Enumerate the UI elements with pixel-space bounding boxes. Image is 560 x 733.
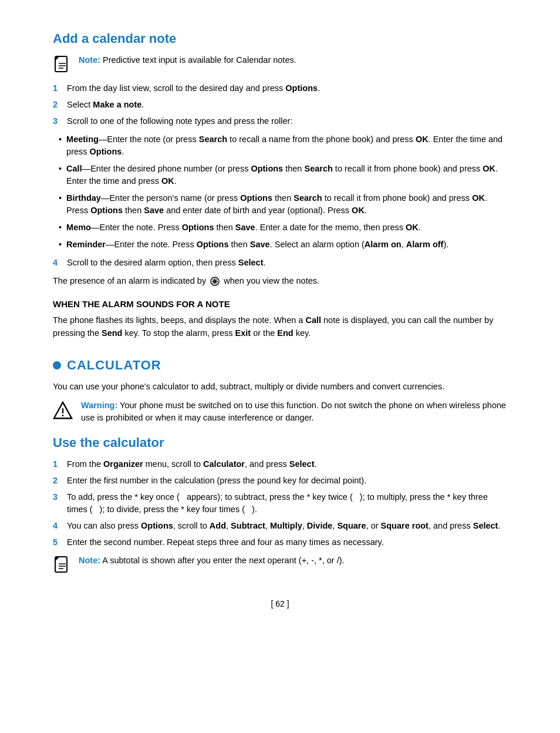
step-4-text: Scroll to the desired alarm option, then… xyxy=(67,257,266,269)
alarm-symbol-icon xyxy=(210,277,220,286)
note-label: Note: xyxy=(79,55,100,65)
calc-step-3-text: To add, press the * key once ( appears);… xyxy=(67,491,507,516)
warning-triangle-icon xyxy=(53,401,73,421)
when-alarm-subsection: WHEN THE ALARM SOUNDS FOR A NOTE The pho… xyxy=(53,298,507,339)
step-4: 4 Scroll to the desired alarm option, th… xyxy=(53,257,507,269)
calc-step-3: 3 To add, press the * key once ( appears… xyxy=(53,491,507,516)
bullet-birthday-text: Birthday—Enter the person's name (or pre… xyxy=(66,192,507,217)
warning-label: Warning: xyxy=(81,401,117,410)
calculator-main-title: CALCULATOR xyxy=(67,356,161,375)
bullet-meeting: Meeting—Enter the note (or press Search … xyxy=(53,133,507,158)
svg-point-13 xyxy=(62,415,64,416)
note-body: Predictive text input is available for C… xyxy=(103,55,296,65)
calc-step-5-text: Enter the second number. Repeat steps th… xyxy=(67,536,384,549)
calculator-note-box: Note: A subtotal is shown after you ente… xyxy=(53,554,507,574)
calculator-header: CALCULATOR xyxy=(53,356,507,375)
page-number: [ 62 ] xyxy=(53,598,507,610)
calc-note-body: A subtotal is shown after you enter the … xyxy=(102,556,344,565)
calc-step-1-num: 1 xyxy=(53,458,62,470)
step-3: 3 Scroll to one of the following note ty… xyxy=(53,115,507,127)
bullet-meeting-text: Meeting—Enter the note (or press Search … xyxy=(66,133,507,158)
step-1-text: From the day list view, scroll to the de… xyxy=(67,82,320,95)
calc-step-5-num: 5 xyxy=(53,536,62,549)
bullet-reminder: Reminder—Enter the note. Press Options t… xyxy=(53,238,507,251)
calc-step-2: 2 Enter the first number in the calculat… xyxy=(53,475,507,487)
calc-step-4-num: 4 xyxy=(53,520,62,532)
warning-body: Your phone must be switched on to use th… xyxy=(81,401,506,422)
step-1-num: 1 xyxy=(53,82,62,95)
when-alarm-title: WHEN THE ALARM SOUNDS FOR A NOTE xyxy=(53,298,507,311)
calc-step-5: 5 Enter the second number. Repeat steps … xyxy=(53,536,507,549)
calculator-section: CALCULATOR You can use your phone's calc… xyxy=(53,356,507,574)
calculator-bullet-dot xyxy=(53,361,61,369)
calendar-note-box: Note: Predictive text input is available… xyxy=(53,54,507,74)
calendar-note-section: Add a calendar note Note: Predictive tex… xyxy=(53,29,507,339)
bullet-call: Call—Enter the desired phone number (or … xyxy=(53,163,507,187)
calc-step-4-text: You can also press Options, scroll to Ad… xyxy=(67,520,500,532)
calculator-description: You can use your phone's calculator to a… xyxy=(53,381,507,394)
calendar-note-title: Add a calendar note xyxy=(53,29,507,48)
step-2-num: 2 xyxy=(53,99,62,111)
alarm-presence-text: The presence of an alarm is indicated by… xyxy=(53,275,507,287)
calc-step-2-num: 2 xyxy=(53,475,62,487)
svg-marker-2 xyxy=(55,56,59,60)
step-2: 2 Select Make a note. xyxy=(53,99,507,111)
calc-note-icon xyxy=(53,556,72,574)
use-calculator-title: Use the calculator xyxy=(53,433,507,452)
bullet-memo: Memo—Enter the note. Press Options then … xyxy=(53,221,507,234)
calendar-steps-list: 1 From the day list view, scroll to the … xyxy=(53,82,507,127)
calculator-steps-list: 1 From the Organizer menu, scroll to Cal… xyxy=(53,458,507,549)
bullet-reminder-text: Reminder—Enter the note. Press Options t… xyxy=(66,238,448,251)
note-types-list: Meeting—Enter the note (or press Search … xyxy=(53,133,507,251)
note-icon xyxy=(53,55,72,74)
step-3-text: Scroll to one of the following note type… xyxy=(67,115,292,127)
when-alarm-body: The phone flashes its lights, beeps, and… xyxy=(53,314,507,340)
calculator-warning-box: Warning: Your phone must be switched on … xyxy=(53,399,507,424)
calendar-step4-list: 4 Scroll to the desired alarm option, th… xyxy=(53,257,507,269)
bullet-birthday: Birthday—Enter the person's name (or pre… xyxy=(53,192,507,217)
step-4-num: 4 xyxy=(53,257,62,269)
step-3-num: 3 xyxy=(53,115,62,127)
calendar-note-text: Note: Predictive text input is available… xyxy=(79,54,296,66)
bullet-memo-text: Memo—Enter the note. Press Options then … xyxy=(66,221,421,234)
calc-step-3-num: 3 xyxy=(53,491,62,516)
calc-step-1-text: From the Organizer menu, scroll to Calcu… xyxy=(67,458,317,470)
calc-step-2-text: Enter the first number in the calculatio… xyxy=(67,475,366,487)
calc-step-4: 4 You can also press Options, scroll to … xyxy=(53,520,507,532)
step-1: 1 From the day list view, scroll to the … xyxy=(53,82,507,95)
step-2-text: Select Make a note. xyxy=(67,99,144,111)
calculator-warning-text: Warning: Your phone must be switched on … xyxy=(81,399,507,424)
bullet-call-text: Call—Enter the desired phone number (or … xyxy=(66,163,507,187)
calc-step-1: 1 From the Organizer menu, scroll to Cal… xyxy=(53,458,507,470)
calc-note-label: Note: xyxy=(79,556,100,565)
calc-note-text: Note: A subtotal is shown after you ente… xyxy=(79,554,345,567)
